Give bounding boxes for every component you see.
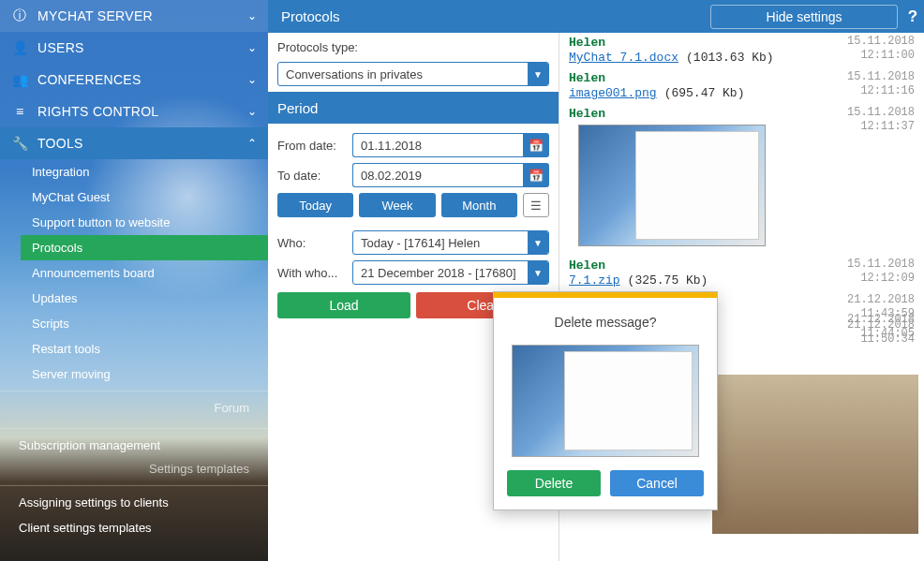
log-user: Helen (569, 258, 605, 273)
templates-assign-link[interactable]: Assigning settings to clients (0, 490, 268, 515)
help-button[interactable]: ? (902, 0, 924, 33)
calendar-icon[interactable]: 📅 (523, 133, 549, 157)
log-timestamp: 15.11.201812:12:09 (847, 258, 915, 286)
from-date-input[interactable]: 01.11.2018 (352, 133, 523, 157)
log-entry: HelenMyChat 7.1.docx(1013.63 Kb)15.11.20… (559, 33, 924, 68)
sidebar-item-protocols[interactable]: Protocols (21, 235, 268, 260)
user-icon: 👤 (11, 40, 28, 55)
page-title: Protocols (268, 8, 710, 24)
nav-section-label: Tools (37, 136, 247, 151)
divider (0, 391, 268, 391)
templates-client-link[interactable]: Client settings templates (0, 515, 268, 540)
log-entry: Helenimage001.png(695.47 Kb)15.11.201812… (559, 68, 924, 104)
period-header: Period (268, 92, 559, 124)
log-file-size: (1013.63 Kb) (686, 51, 774, 65)
nav-section-label: Rights control (37, 104, 247, 119)
wrench-icon: 🔧 (11, 136, 28, 151)
sidebar-item-scripts[interactable]: Scripts (21, 311, 268, 336)
chevron-down-icon: ⌄ (247, 9, 257, 22)
divider (0, 428, 268, 429)
nav-section-label: Users (37, 40, 247, 55)
log-file-size: (325.75 Kb) (628, 273, 708, 288)
log-timestamp: 15.11.201812:11:16 (847, 70, 915, 98)
log-thumbnail[interactable] (578, 125, 766, 246)
nav-section-conferences[interactable]: 👥 Conferences ⌄ (0, 64, 268, 96)
sidebar: ⓘ MyChat server ⌄ 👤 Users ⌄ 👥 Conference… (0, 0, 268, 561)
log-entry: Helen15.11.201812:11:37 (559, 104, 924, 256)
nav-section-tools[interactable]: 🔧 Tools ⌃ (0, 127, 268, 159)
templates-heading: Settings templates (0, 458, 268, 481)
calendar-icon[interactable]: 📅 (523, 163, 549, 187)
sidebar-item-server-moving[interactable]: Server moving (21, 362, 268, 387)
chevron-up-icon: ⌃ (247, 137, 257, 150)
hide-settings-button[interactable]: Hide settings (710, 5, 898, 29)
log-timestamp: 15.11.201812:11:00 (847, 35, 915, 63)
log-timestamp: 15.11.201812:11:37 (847, 106, 915, 134)
who-label: Who: (277, 236, 352, 250)
photo-attachment (712, 375, 918, 534)
tools-submenu: IntegrationMyChat GuestSupport button to… (0, 159, 268, 387)
log-user: Helen (569, 107, 605, 121)
who-value: Today - [17614] Helen (361, 236, 528, 250)
log-user: Helen (569, 36, 605, 50)
nav-section-users[interactable]: 👤 Users ⌄ (0, 32, 268, 64)
delete-button[interactable]: Delete (507, 470, 601, 496)
modal-preview-thumb (512, 345, 699, 457)
load-button[interactable]: Load (277, 292, 410, 318)
cancel-button[interactable]: Cancel (610, 470, 704, 496)
nav-section-server[interactable]: ⓘ MyChat server ⌄ (0, 0, 268, 32)
to-date-input[interactable]: 08.02.2019 (352, 163, 523, 187)
forum-link[interactable]: Forum (0, 395, 268, 424)
info-icon: ⓘ (11, 7, 28, 24)
who-select[interactable]: Today - [17614] Helen ▼ (352, 230, 549, 255)
chevron-down-icon: ⌄ (247, 41, 257, 54)
sliders-icon[interactable]: ☰ (523, 193, 549, 217)
nav-section-label: Conferences (37, 72, 247, 87)
whom-label: With who... (277, 266, 352, 280)
chevron-down-icon: ▼ (528, 261, 548, 284)
protocol-type-select[interactable]: Conversations in privates ▼ (277, 62, 549, 86)
nav-section-rights[interactable]: ≡ Rights control ⌄ (0, 96, 268, 127)
users-icon: 👥 (11, 72, 28, 87)
sidebar-item-announcements-board[interactable]: Announcements board (21, 260, 268, 286)
topbar: Protocols Hide settings ? (268, 0, 924, 33)
chevron-down-icon: ▼ (528, 231, 548, 254)
log-file-link[interactable]: MyChat 7.1.docx (569, 51, 678, 65)
sidebar-item-mychat-guest[interactable]: MyChat Guest (21, 185, 268, 210)
to-date-label: To date: (277, 169, 352, 183)
delete-modal: Delete message? Delete Cancel (493, 291, 718, 510)
log-entry: Helen7.1.zip(325.75 Kb)15.11.201812:12:0… (559, 256, 924, 291)
nav-section-label: MyChat server (37, 8, 247, 23)
whom-select[interactable]: 21 December 2018 - [17680] ▼ (352, 260, 549, 285)
log-user: Helen (569, 71, 605, 85)
sidebar-item-updates[interactable]: Updates (21, 286, 268, 311)
modal-message: Delete message? (494, 298, 717, 339)
sidebar-item-integration[interactable]: Integration (21, 159, 268, 185)
protocol-type-label: Protocols type: (277, 40, 358, 54)
chevron-down-icon: ⌄ (247, 105, 257, 118)
log-file-link[interactable]: image001.png (569, 86, 657, 100)
sidebar-item-support-button-to-website[interactable]: Support button to website (21, 210, 268, 235)
log-file-link[interactable]: 7.1.zip (569, 273, 620, 288)
log-timestamp: 21.12.201811:50:34 (847, 318, 915, 347)
month-button[interactable]: Month (441, 193, 517, 217)
whom-value: 21 December 2018 - [17680] (361, 266, 528, 280)
sidebar-item-restart-tools[interactable]: Restart tools (21, 336, 268, 362)
chevron-down-icon: ▼ (528, 63, 548, 85)
week-button[interactable]: Week (359, 193, 435, 217)
from-date-label: From date: (277, 139, 352, 153)
today-button[interactable]: Today (277, 193, 353, 217)
log-file-size: (695.47 Kb) (664, 86, 745, 100)
protocol-type-value: Conversations in privates (286, 67, 528, 81)
chevron-down-icon: ⌄ (247, 73, 257, 86)
subscription-link[interactable]: Subscription management (0, 433, 268, 458)
list-icon: ≡ (11, 104, 28, 119)
divider (0, 485, 268, 486)
